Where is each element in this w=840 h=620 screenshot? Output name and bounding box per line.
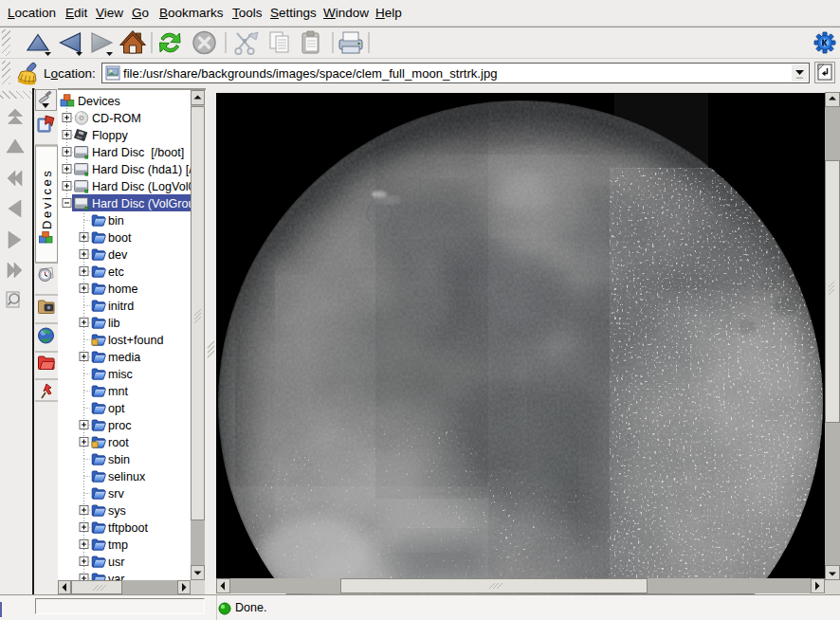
svg-text:dev: dev [108,248,128,262]
svg-text:misc: misc [108,368,133,381]
svg-text:tmp: tmp [108,538,128,552]
svg-text:srv: srv [108,487,124,501]
svg-text:Floppy: Floppy [92,129,129,142]
svg-text:selinux: selinux [108,470,146,483]
svg-text:sys: sys [108,504,126,518]
svg-text:media: media [108,351,140,364]
svg-text:var: var [108,573,125,581]
svg-text:home: home [108,283,138,296]
svg-text:Hard Disc (VolGrou: Hard Disc (VolGrou [92,197,191,210]
svg-text:initrd: initrd [108,300,134,313]
svg-text:Devices: Devices [78,95,120,108]
svg-text:boot: boot [108,231,132,245]
svg-text:opt: opt [108,402,125,415]
svg-text:Hard Disc [/boot]: Hard Disc [/boot] [92,146,184,159]
svg-text:Hard Disc (hda1) [/: Hard Disc (hda1) [/ [92,163,191,176]
svg-text:sbin: sbin [108,453,130,466]
svg-text:lost+found: lost+found [108,334,163,347]
svg-text:Hard Disc (LogVol0: Hard Disc (LogVol0 [92,180,191,193]
svg-text:lib: lib [108,317,120,330]
svg-text:Devices: Devices [40,169,54,229]
svg-text:CD-ROM: CD-ROM [92,112,141,125]
svg-text:bin: bin [108,214,124,228]
svg-text:usr: usr [108,556,125,569]
svg-text:root: root [108,436,129,449]
svg-text:etc: etc [108,265,124,279]
svg-text:tftpboot: tftpboot [108,521,149,535]
svg-text:proc: proc [108,419,132,432]
svg-text:mnt: mnt [108,385,128,398]
